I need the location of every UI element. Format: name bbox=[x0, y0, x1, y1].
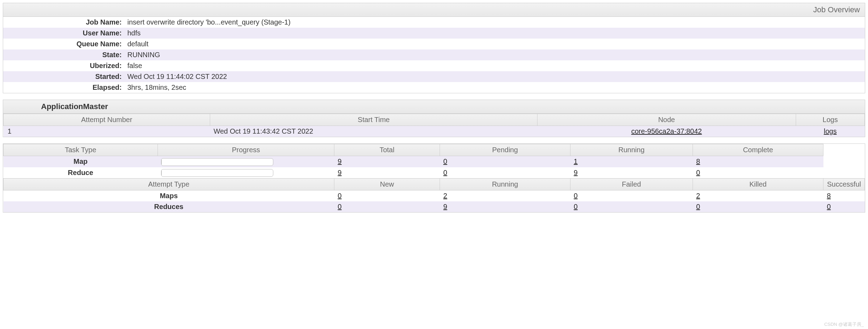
started-label: Started: bbox=[3, 73, 126, 81]
col-start-time[interactable]: Start Time bbox=[210, 114, 538, 126]
maps-successful: 8 bbox=[823, 190, 865, 202]
row-elapsed: Elapsed: 3hrs, 18mins, 2sec bbox=[3, 82, 865, 93]
col-task-type[interactable]: Task Type bbox=[4, 144, 158, 156]
map-progress-cell bbox=[158, 156, 334, 167]
col-attempt-type[interactable]: Attempt Type bbox=[4, 179, 334, 190]
reduce-running: 9 bbox=[570, 167, 693, 179]
state-label: State: bbox=[3, 51, 126, 59]
map-progress-bar bbox=[161, 158, 273, 166]
reduces-failed: 0 bbox=[570, 201, 693, 212]
uberized-label: Uberized: bbox=[3, 62, 126, 70]
attempt-row-reduces: Reduces 0 9 0 0 0 bbox=[4, 201, 865, 212]
app-master-table: Attempt Number Start Time Node Logs 1 We… bbox=[3, 114, 865, 137]
col-pending[interactable]: Pending bbox=[440, 144, 570, 156]
tasks-panel: Task Type Progress Total Pending Running… bbox=[3, 143, 865, 213]
task-table: Task Type Progress Total Pending Running… bbox=[3, 144, 865, 212]
col-running-attempt[interactable]: Running bbox=[440, 179, 570, 190]
attempt-row-maps: Maps 0 2 0 2 8 bbox=[4, 190, 865, 202]
maps-running-link[interactable]: 2 bbox=[443, 192, 447, 200]
map-complete: 8 bbox=[693, 156, 823, 167]
col-failed[interactable]: Failed bbox=[570, 179, 693, 190]
map-complete-link[interactable]: 8 bbox=[696, 157, 700, 165]
app-master-title: ApplicationMaster bbox=[3, 100, 865, 114]
user-name-value: hdfs bbox=[126, 29, 865, 37]
map-label: Map bbox=[4, 156, 158, 167]
started-value: Wed Oct 19 11:44:02 CST 2022 bbox=[126, 73, 865, 81]
col-node[interactable]: Node bbox=[538, 114, 796, 126]
reduces-successful-link[interactable]: 0 bbox=[827, 203, 831, 210]
reduce-total-link[interactable]: 9 bbox=[338, 169, 342, 176]
table-row: 1 Wed Oct 19 11:43:42 CST 2022 core-956c… bbox=[4, 126, 865, 137]
maps-killed: 2 bbox=[693, 190, 823, 202]
cell-node: core-956ca2a-37:8042 bbox=[538, 126, 796, 137]
maps-new: 0 bbox=[334, 190, 440, 202]
node-link[interactable]: core-956ca2a-37:8042 bbox=[631, 127, 702, 135]
col-progress[interactable]: Progress bbox=[158, 144, 334, 156]
map-pending: 0 bbox=[440, 156, 570, 167]
row-user-name: User Name: hdfs bbox=[3, 28, 865, 39]
elapsed-value: 3hrs, 18mins, 2sec bbox=[126, 83, 865, 92]
maps-running: 2 bbox=[440, 190, 570, 202]
reduce-pending-link[interactable]: 0 bbox=[443, 169, 447, 176]
reduces-new-link[interactable]: 0 bbox=[338, 203, 342, 210]
map-progress-fill bbox=[161, 159, 162, 166]
reduce-progress-fill bbox=[161, 169, 162, 177]
maps-new-link[interactable]: 0 bbox=[338, 192, 342, 200]
row-uberized: Uberized: false bbox=[3, 60, 865, 71]
uberized-value: false bbox=[126, 62, 865, 70]
reduce-complete-link[interactable]: 0 bbox=[696, 169, 700, 176]
col-killed[interactable]: Killed bbox=[693, 179, 823, 190]
cell-logs: logs bbox=[796, 126, 864, 137]
reduces-running-link[interactable]: 9 bbox=[443, 203, 447, 210]
reduces-killed-link[interactable]: 0 bbox=[696, 203, 700, 210]
maps-killed-link[interactable]: 2 bbox=[696, 192, 700, 200]
maps-failed: 0 bbox=[570, 190, 693, 202]
col-logs[interactable]: Logs bbox=[796, 114, 864, 126]
app-master-panel: ApplicationMaster Attempt Number Start T… bbox=[3, 100, 865, 137]
row-state: State: RUNNING bbox=[3, 49, 865, 60]
reduce-label: Reduce bbox=[4, 167, 158, 179]
job-overview-title: Job Overview bbox=[3, 3, 865, 17]
task-row-map: Map 9 0 1 8 bbox=[4, 156, 865, 167]
maps-failed-link[interactable]: 0 bbox=[574, 192, 577, 200]
elapsed-label: Elapsed: bbox=[3, 83, 126, 92]
job-name-value: insert overwrite directory 'bo...event_q… bbox=[126, 18, 865, 26]
reduce-progress-bar bbox=[161, 169, 273, 177]
map-total: 9 bbox=[334, 156, 440, 167]
row-queue-name: Queue Name: default bbox=[3, 39, 865, 49]
maps-label: Maps bbox=[4, 190, 334, 202]
reduce-running-link[interactable]: 9 bbox=[574, 169, 577, 176]
job-overview-panel: Job Overview Job Name: insert overwrite … bbox=[3, 3, 865, 93]
reduces-successful: 0 bbox=[823, 201, 865, 212]
state-value: RUNNING bbox=[126, 51, 865, 59]
reduces-label: Reduces bbox=[4, 201, 334, 212]
overview-rows: Job Name: insert overwrite directory 'bo… bbox=[3, 17, 865, 93]
map-running-link[interactable]: 1 bbox=[574, 157, 577, 165]
attempt-header-row: Attempt Type New Running Failed Killed S… bbox=[4, 179, 865, 190]
cell-attempt-number: 1 bbox=[4, 126, 210, 137]
task-row-reduce: Reduce 9 0 9 0 bbox=[4, 167, 865, 179]
maps-successful-link[interactable]: 8 bbox=[827, 192, 831, 200]
row-started: Started: Wed Oct 19 11:44:02 CST 2022 bbox=[3, 71, 865, 82]
table-header-row: Attempt Number Start Time Node Logs bbox=[4, 114, 865, 126]
col-running[interactable]: Running bbox=[570, 144, 693, 156]
queue-name-value: default bbox=[126, 40, 865, 48]
user-name-label: User Name: bbox=[3, 29, 126, 37]
table-header-row: Task Type Progress Total Pending Running… bbox=[4, 144, 865, 156]
col-attempt-number[interactable]: Attempt Number bbox=[4, 114, 210, 126]
cell-start-time: Wed Oct 19 11:43:42 CST 2022 bbox=[210, 126, 538, 137]
reduces-failed-link[interactable]: 0 bbox=[574, 203, 577, 210]
col-new[interactable]: New bbox=[334, 179, 440, 190]
job-name-label: Job Name: bbox=[3, 18, 126, 26]
map-running: 1 bbox=[570, 156, 693, 167]
col-complete[interactable]: Complete bbox=[693, 144, 823, 156]
logs-link[interactable]: logs bbox=[824, 127, 837, 135]
reduces-new: 0 bbox=[334, 201, 440, 212]
reduces-running: 9 bbox=[440, 201, 570, 212]
col-total[interactable]: Total bbox=[334, 144, 440, 156]
col-successful[interactable]: Successful bbox=[823, 179, 865, 190]
map-pending-link[interactable]: 0 bbox=[443, 157, 447, 165]
map-total-link[interactable]: 9 bbox=[338, 157, 342, 165]
reduces-killed: 0 bbox=[693, 201, 823, 212]
reduce-total: 9 bbox=[334, 167, 440, 179]
